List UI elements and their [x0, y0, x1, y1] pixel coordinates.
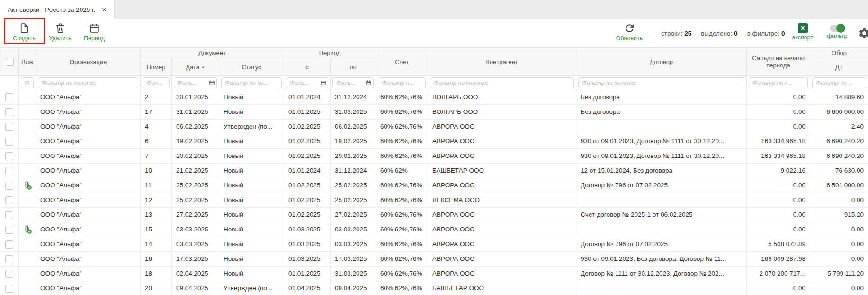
table-row[interactable]: ООО "Альфа" 16 17.03.2025 Новый 01.03.20… [0, 252, 868, 267]
select-all-checkbox[interactable] [6, 58, 14, 66]
cell-account: 60%,62%,76% [376, 267, 428, 281]
row-checkbox[interactable] [5, 123, 13, 131]
tab-close-icon[interactable]: × [102, 6, 107, 14]
col-header-counterparty[interactable]: Контрагент [428, 48, 576, 76]
row-checkbox[interactable] [5, 182, 13, 190]
table-row[interactable]: ООО "Альфа" 12 25.02.2025 Новый 01.02.20… [0, 193, 868, 208]
row-checkbox[interactable] [5, 93, 13, 101]
sort-asc-icon: ▲ [201, 65, 205, 69]
cell-period-to: 31.12.2024 [331, 164, 376, 178]
cell-counterparty: АВРОРА ООО [428, 120, 576, 134]
table-row[interactable]: ООО "Альфа" 20 09.04.2025 Утвержден (по.… [0, 281, 868, 295]
filter-input-organization[interactable] [38, 77, 138, 88]
table-row[interactable]: ООО "Альфа" 4 06.02.2025 Утвержден (по..… [0, 120, 868, 134]
filter-input-number[interactable] [143, 77, 170, 88]
filter-cell-contract [576, 76, 747, 90]
gear-icon [858, 27, 868, 39]
calendar-icon[interactable] [320, 80, 326, 86]
period-button-label: Период [84, 35, 105, 42]
filter-input-status[interactable] [221, 77, 282, 88]
row-checkbox[interactable] [5, 226, 13, 234]
cell-organization: ООО "Альфа" [36, 90, 141, 105]
filter-row [0, 76, 868, 90]
calendar-icon[interactable] [366, 80, 372, 86]
attachment-cell [19, 222, 36, 237]
table-row[interactable]: ООО "Альфа" 11 25.02.2025 Новый 01.02.20… [0, 178, 868, 193]
col-header-date[interactable]: Дата▲ [172, 58, 219, 76]
cell-period-from: 01.02.2025 [284, 149, 331, 164]
cell-contract: 930 от 09.01.2023, Договор № 1111 от 30.… [576, 134, 747, 149]
cell-counterparty: АВРОРА ООО [428, 222, 576, 237]
export-button[interactable]: X экспорт [789, 21, 816, 46]
row-checkbox-cell [0, 237, 19, 252]
attachment-icon[interactable] [23, 225, 32, 234]
filter-cell-balance [747, 76, 810, 90]
group-header-period: Период [284, 48, 376, 58]
col-header-balance[interactable]: Сальдо на начало периода [747, 48, 810, 76]
filter-toggle-button[interactable]: фильтр [824, 21, 850, 46]
cell-dt: 5 799 111.20 [810, 267, 868, 281]
table-row[interactable]: ООО "Альфа" 10 21.02.2025 Новый 01.01.20… [0, 164, 868, 178]
table-row[interactable]: ООО "Альфа" 13 27.02.2025 Новый 01.02.20… [0, 208, 868, 222]
row-checkbox[interactable] [5, 167, 13, 175]
tab-act-sverki[interactable]: Акт сверки - Реестр за 2025 г. × [0, 0, 115, 19]
col-header-status[interactable]: Статус [219, 58, 284, 76]
row-checkbox[interactable] [5, 270, 13, 278]
col-header-from[interactable]: с [284, 58, 331, 76]
col-header-contract[interactable]: Договор [576, 48, 747, 76]
table-row[interactable]: ООО "Альфа" 6 19.02.2025 Новый 01.02.202… [0, 134, 868, 149]
table-row[interactable]: ООО "Альфа" 14 03.03.2025 Новый 01.03.20… [0, 237, 868, 252]
refresh-button[interactable]: Обновить [613, 21, 646, 46]
row-checkbox[interactable] [5, 240, 13, 249]
create-button[interactable]: Создать [8, 21, 41, 46]
row-checkbox[interactable] [5, 196, 13, 204]
table-row[interactable]: ООО "Альфа" 7 20.02.2025 Новый 01.02.202… [0, 149, 868, 164]
filter-input-attach[interactable] [21, 77, 34, 88]
filter-toggle-label: фильтр [827, 33, 848, 39]
col-header-organization[interactable]: Организация [36, 48, 141, 76]
table-row[interactable]: ООО "Альфа" 2 30.01.2025 Новый 01.01.202… [0, 90, 868, 105]
filter-input-counterparty[interactable] [430, 77, 574, 88]
calendar-icon[interactable] [209, 80, 215, 86]
row-checkbox[interactable] [5, 211, 13, 219]
filter-input-dt[interactable] [812, 77, 866, 88]
col-header-number[interactable]: Номер [141, 58, 172, 76]
cell-date: 06.02.2025 [172, 120, 219, 134]
attachment-icon[interactable] [23, 181, 32, 190]
col-header-dt[interactable]: ДТ [810, 58, 868, 76]
row-checkbox-cell [0, 120, 19, 134]
tab-bar: Акт сверки - Реестр за 2025 г. × [0, 0, 868, 19]
row-checkbox[interactable] [5, 108, 13, 116]
cell-number: 11 [141, 178, 172, 193]
cell-counterparty: БАШБЕТАР ООО [428, 281, 576, 295]
filter-cell-account [376, 76, 428, 90]
cell-status: Утвержден (по... [219, 120, 284, 134]
period-button[interactable]: Период [78, 21, 111, 46]
cell-period-to: 06.02.2025 [331, 120, 376, 134]
col-header-to[interactable]: по [331, 58, 376, 76]
cell-counterparty: АВРОРА ООО [428, 134, 576, 149]
col-header-account[interactable]: Счет [376, 48, 428, 76]
cell-organization: ООО "Альфа" [36, 281, 141, 295]
col-header-attach[interactable]: Влж [19, 48, 36, 76]
table-row[interactable]: ООО "Альфа" 15 03.03.2025 Новый 01.03.20… [0, 222, 868, 237]
filter-input-account[interactable] [378, 77, 426, 88]
row-checkbox[interactable] [5, 152, 13, 160]
settings-button[interactable] [858, 27, 868, 39]
filter-input-contract[interactable] [578, 77, 744, 88]
cell-date: 25.02.2025 [172, 178, 219, 193]
cell-status: Новый [219, 222, 284, 237]
row-checkbox[interactable] [5, 285, 13, 293]
filter-toggle-icon[interactable] [830, 25, 845, 32]
cell-date: 19.02.2025 [172, 134, 219, 149]
cell-account: 60%,62%,76% [376, 222, 428, 237]
cell-account: 60%,62%,76% [376, 105, 428, 120]
table-row[interactable]: ООО "Альфа" 18 02.04.2025 Новый 01.01.20… [0, 267, 868, 281]
filter-input-balance[interactable] [749, 77, 808, 88]
row-checkbox[interactable] [5, 138, 13, 146]
row-checkbox[interactable] [5, 255, 13, 263]
attachment-cell [19, 178, 36, 193]
cell-number: 13 [141, 208, 172, 222]
table-row[interactable]: ООО "Альфа" 17 31.01.2025 Новый 01.01.20… [0, 105, 868, 120]
delete-button[interactable]: Удалить [44, 21, 77, 46]
